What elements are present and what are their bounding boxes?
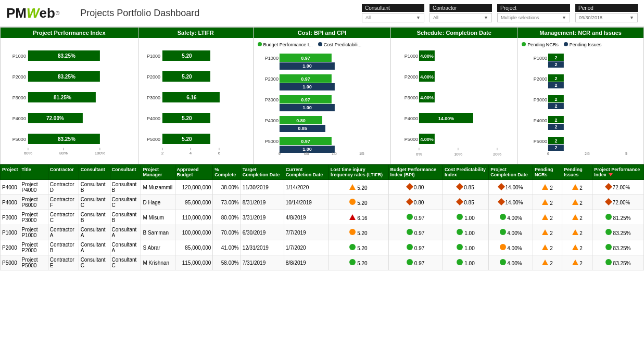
cell-contractor: Contractor E	[48, 255, 79, 270]
cell-ltifr: 6.16	[329, 210, 388, 225]
status-circle-green	[605, 229, 612, 235]
col-manager[interactable]: Project Manager	[141, 165, 175, 180]
ppi-label-p4000: P4000	[12, 116, 26, 121]
mgmt-axis-5: 5	[625, 152, 627, 155]
cell-target-date: 8/31/2019	[241, 195, 284, 210]
safety-label-p5000: P5000	[147, 137, 160, 142]
bpi-legend: Budget Performance I...	[258, 42, 313, 47]
status-circle-green	[407, 244, 413, 250]
cpi-legend-dot	[318, 42, 322, 46]
sched-label-p1000: P1000	[405, 54, 418, 59]
cell-contractor: Contractor D	[48, 180, 79, 195]
col-project[interactable]: Project	[1, 165, 20, 180]
cell-issues: 2	[562, 225, 592, 240]
cost-cpi-val-p2000: 1.00	[302, 84, 312, 89]
mgmt-header: Management: NCR and Issues	[517, 28, 643, 38]
cell-consultant2: Consultant B	[110, 210, 141, 225]
cell-issues: 2	[562, 210, 592, 225]
col-issues[interactable]: Pending Issues	[562, 165, 592, 180]
status-circle-green	[407, 229, 413, 235]
col-ppi[interactable]: Project Performance Index	[592, 165, 644, 180]
cell-manager: M Muzammil	[141, 180, 175, 195]
triangle-icon	[572, 260, 578, 265]
cell-budget: 100,000,000	[175, 225, 213, 240]
contractor-select[interactable]: All ▼	[430, 13, 492, 22]
col-bpi[interactable]: Budget Performance Index (BPI)	[388, 165, 443, 180]
mgmt-issues-val-p3000: 2	[555, 103, 558, 109]
cell-cpi: 1.00	[443, 210, 488, 225]
consultant-select[interactable]: All ▼	[362, 13, 424, 22]
triangle-icon	[542, 199, 548, 205]
cell-consultant1: Consultant B	[79, 180, 110, 195]
col-current-date[interactable]: Current Completion Date	[284, 165, 329, 180]
cell-manager: B Samman	[141, 225, 175, 240]
cell-budget: 85,000,000	[175, 240, 213, 255]
col-ltifr[interactable]: Lost time injury frequency rates (LTIFR)	[329, 165, 388, 180]
cell-ppi: 81.25%	[592, 210, 644, 225]
status-circle-green	[349, 244, 356, 250]
status-circle-green	[605, 214, 612, 220]
col-title[interactable]: Title	[20, 165, 48, 180]
schedule-chart: P1000 4.00% P2000 4.00% P3000 4.00% P400…	[391, 38, 517, 164]
cell-issues: 2	[562, 240, 592, 255]
table-header-row: Project Title Contractor Consultant Cons…	[1, 165, 644, 180]
cost-header: Cost: BPI and CPI	[254, 28, 391, 38]
safety-section: Safety: LTIFR P1000 5.20 P2000 5.20 P300…	[138, 28, 254, 164]
ppi-header: Project Performance Index	[1, 28, 138, 38]
cost-bpi-val-p3000: 0.97	[301, 97, 310, 102]
cell-manager: M Krishnan	[141, 255, 175, 270]
sched-axis-10: 10%	[454, 152, 462, 157]
cell-contractor: Contractor F	[48, 195, 79, 210]
cell-current-date: 8/8/2019	[284, 255, 329, 270]
cell-current-date: 1/14/2020	[284, 180, 329, 195]
cell-issues: 2	[562, 255, 592, 270]
issues-legend: Pending Issues	[564, 42, 602, 47]
cell-target-date: 11/30/2019	[241, 180, 284, 195]
cell-ppi: 72.00%	[592, 180, 644, 195]
col-cpi[interactable]: Cost Predictability Index	[443, 165, 488, 180]
cell-ppi: 83.25%	[592, 240, 644, 255]
col-consultant1[interactable]: Consultant	[79, 165, 110, 180]
cell-project: P3000	[1, 210, 20, 225]
cell-bpi: 0.80	[388, 180, 443, 195]
period-select[interactable]: 09/30/2018 ▼	[575, 13, 638, 22]
cost-bpi-val-p4000: 0.80	[296, 118, 306, 123]
col-proj-comp[interactable]: Project Completion Date	[489, 165, 533, 180]
diamond-icon	[605, 198, 612, 205]
safety-label-p4000: P4000	[147, 116, 160, 121]
cost-bpi-val-p5000: 0.97	[301, 139, 310, 144]
mgmt-axis-0: 0	[547, 152, 549, 155]
col-target-date[interactable]: Target Completion Date	[241, 165, 284, 180]
status-circle-green	[407, 214, 413, 220]
status-circle-green	[349, 259, 356, 265]
col-complete[interactable]: % Complete	[213, 165, 241, 180]
mgmt-label-p1000: P1000	[534, 56, 547, 61]
cell-issues: 2	[562, 180, 592, 195]
status-circle-orange	[349, 199, 356, 205]
cost-axis-0: 0	[279, 152, 281, 155]
cell-complete: 38.00%	[213, 180, 241, 195]
mgmt-label-p2000: P2000	[534, 76, 547, 82]
triangle-icon	[542, 229, 548, 235]
col-budget[interactable]: Approved Budget	[175, 165, 213, 180]
cell-ltifr: 5.20	[329, 225, 388, 240]
table-row: P2000 Project P2000 Contractor B Consult…	[1, 240, 644, 255]
diamond-icon	[456, 183, 463, 190]
col-consultant2[interactable]: Consultant	[110, 165, 141, 180]
mgmt-ncr-val-p2000: 2	[555, 76, 558, 81]
sched-label-p3000: P3000	[405, 95, 418, 100]
cell-bpi: 0.97	[388, 240, 443, 255]
col-contractor[interactable]: Contractor	[48, 165, 79, 180]
project-select[interactable]: Multiple selections ▼	[497, 13, 570, 22]
ppi-label-p1000: P1000	[12, 54, 26, 59]
ppi-axis-80: 80%	[59, 151, 68, 155]
cell-target-date: 6/30/2019	[241, 225, 284, 240]
ppi-sort-arrow	[609, 173, 613, 176]
mgmt-label-p4000: P4000	[534, 118, 547, 123]
ppi-val-p2000: 83.25%	[58, 74, 75, 80]
cost-bpi-val-p1000: 0.97	[301, 56, 310, 61]
cell-ncrs: 2	[533, 180, 562, 195]
col-ncrs[interactable]: Pending NCRs	[533, 165, 562, 180]
cell-manager: D Hage	[141, 195, 175, 210]
safety-val-p3000: 6.16	[186, 95, 197, 100]
